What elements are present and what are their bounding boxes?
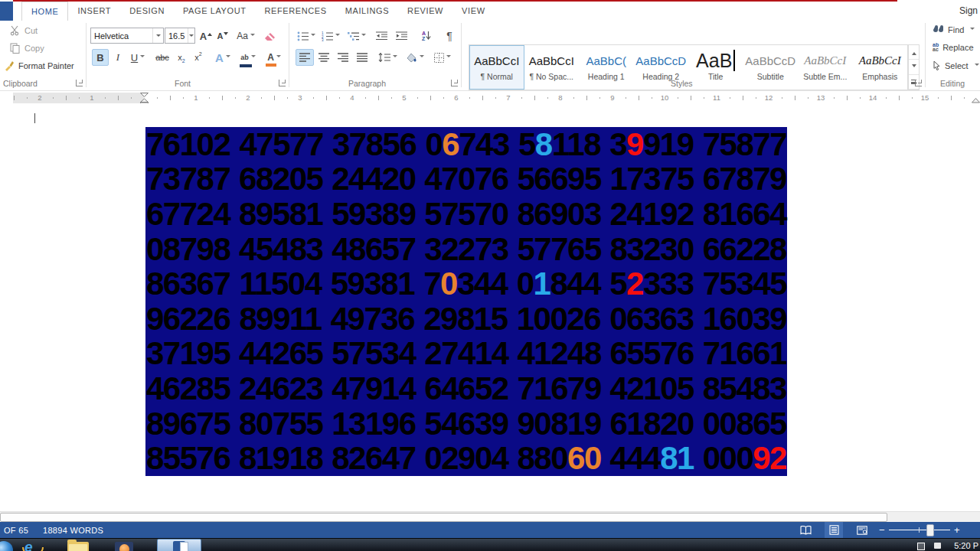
ruler-tick (235, 97, 236, 99)
print-layout-button[interactable] (825, 522, 843, 538)
font-name-combo[interactable]: Helvetica (90, 28, 164, 44)
shading-button[interactable] (403, 49, 427, 66)
tab-mailings[interactable]: MAILINGS (336, 2, 398, 21)
zoom-slider-thumb[interactable] (926, 524, 934, 536)
document-canvas[interactable]: 7610247577378560674358118399197587773787… (0, 103, 980, 511)
word-taskbar-button[interactable] (157, 539, 201, 551)
digit: 8 (535, 126, 552, 162)
sign-in-link[interactable]: Sign (959, 5, 978, 16)
horizontal-scrollbar[interactable] (0, 511, 980, 523)
subscript-button[interactable]: x2 (173, 49, 190, 66)
styles-dialog-launcher[interactable] (915, 80, 922, 86)
tab-page-layout[interactable]: PAGE LAYOUT (174, 2, 256, 21)
text-effects-button[interactable]: A (211, 49, 234, 66)
borders-button[interactable] (430, 49, 455, 66)
digit: 3 (626, 231, 643, 267)
digit: 6 (163, 126, 180, 162)
cut-button[interactable]: Cut (10, 25, 38, 36)
font-color-button[interactable]: A (262, 49, 286, 66)
align-center-button[interactable] (315, 49, 333, 66)
change-case-button[interactable]: Aa (234, 28, 257, 44)
decrease-indent-button[interactable] (372, 28, 390, 44)
tray-icon[interactable] (917, 543, 925, 550)
line-spacing-button[interactable] (375, 49, 400, 66)
styles-scroll-down[interactable] (909, 60, 919, 74)
ruler-number: 3 (298, 93, 302, 102)
bold-button[interactable]: B (92, 49, 109, 66)
styles-scroll-up[interactable] (909, 45, 919, 60)
start-button[interactable] (0, 541, 13, 551)
digit: 6 (736, 196, 753, 232)
shrink-font-button[interactable]: A (214, 28, 231, 44)
clear-formatting-button[interactable] (260, 28, 279, 44)
number-grid[interactable]: 7610247577378560674358118399197587773787… (145, 127, 787, 476)
tray-icon[interactable] (934, 543, 941, 549)
internet-explorer-icon[interactable]: e (24, 539, 33, 551)
numbering-button[interactable]: 123 (320, 28, 341, 44)
zoom-in-button[interactable]: + (954, 524, 960, 536)
digit: 1 (567, 406, 584, 442)
replace-button[interactable]: abac Replace (933, 43, 974, 52)
align-left-button[interactable] (296, 49, 314, 66)
zoom-out-button[interactable]: − (879, 524, 885, 536)
italic-button[interactable]: I (109, 49, 126, 66)
style-subtle-em[interactable]: AaBbCcISubtle Em... (798, 45, 853, 90)
sort-button[interactable]: AZ (416, 28, 436, 44)
web-layout-button[interactable] (853, 522, 871, 538)
copy-label: Copy (24, 44, 44, 53)
read-mode-button[interactable] (796, 522, 815, 538)
format-painter-button[interactable]: Format Painter (4, 60, 74, 71)
select-button[interactable]: Select (933, 60, 979, 70)
chevron-down-icon[interactable] (152, 28, 163, 43)
page-indicator[interactable]: OF 65 (4, 526, 28, 535)
tab-review[interactable]: REVIEW (398, 2, 452, 21)
copy-button[interactable]: Copy (10, 43, 44, 54)
ruler-tick (170, 96, 171, 100)
font-dialog-launcher[interactable] (279, 80, 286, 86)
tab-design[interactable]: DESIGN (120, 2, 174, 21)
file-tab[interactable] (0, 2, 13, 21)
word-count[interactable]: 18894 WORDS (43, 526, 103, 535)
tab-references[interactable]: REFERENCES (256, 2, 336, 21)
style-emphasis[interactable]: AaBbCcIEmphasis (853, 45, 908, 90)
tab-view[interactable]: VIEW (452, 2, 495, 21)
style-no-spac[interactable]: AaBbCcI¶ No Spac... (524, 45, 580, 90)
style-subtitle[interactable]: AaBbCcDSubtitle (743, 45, 799, 90)
ruler-tick (391, 97, 392, 99)
clipboard-dialog-launcher[interactable] (76, 80, 83, 86)
increase-indent-button[interactable] (392, 28, 410, 44)
digit: 7 (180, 196, 197, 232)
align-right-button[interactable] (334, 49, 352, 66)
digit: 5 (332, 335, 348, 371)
file-explorer-icon[interactable] (67, 542, 89, 551)
multilevel-list-button[interactable] (346, 28, 368, 44)
horizontal-scrollbar-thumb[interactable] (0, 513, 887, 522)
style-normal[interactable]: AaBbCcI¶ Normal (469, 45, 524, 90)
ruler-tick (756, 97, 756, 99)
font-size-combo[interactable]: 16.5 (165, 28, 195, 44)
tab-insert[interactable]: INSERT (68, 2, 120, 21)
show-marks-button[interactable]: ¶ (441, 28, 458, 44)
right-indent-marker[interactable] (972, 98, 980, 103)
zoom-slider-track[interactable] (889, 530, 950, 530)
digit: 8 (197, 370, 214, 406)
find-button[interactable]: Find (933, 25, 975, 34)
style-title[interactable]: AaBTitle (688, 45, 743, 90)
highlight-color-button[interactable]: ab (236, 49, 260, 66)
digit: 6 (163, 266, 180, 302)
tab-home[interactable]: HOME (21, 2, 68, 21)
paragraph-dialog-launcher[interactable] (451, 80, 458, 86)
digit: 9 (348, 301, 364, 337)
chevron-down-icon[interactable] (188, 28, 194, 43)
number-group: 47577 (240, 126, 323, 163)
bullets-button[interactable] (296, 28, 317, 44)
digit: 0 (550, 301, 567, 337)
justify-button[interactable] (353, 49, 371, 66)
app-icon[interactable] (115, 542, 133, 551)
underline-button[interactable]: U (126, 49, 149, 66)
grow-font-button[interactable]: A (198, 28, 214, 44)
superscript-button[interactable]: x2 (190, 49, 207, 66)
strikethrough-button[interactable]: abc (152, 49, 173, 66)
style-heading-1[interactable]: AaBbC(Heading 1 (579, 45, 634, 90)
zoom-slider-notch (919, 527, 920, 533)
